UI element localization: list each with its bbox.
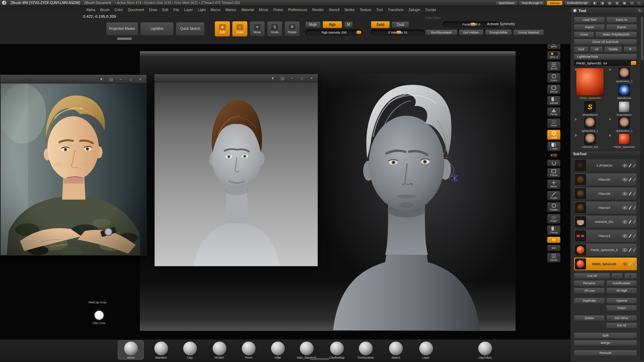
sculpt-icon[interactable] <box>633 262 636 266</box>
all-high-button[interactable]: All High <box>606 288 637 294</box>
del-all-button[interactable]: Del All <box>606 322 637 328</box>
tool-inventory-item[interactable]: 8 PM3D_Sphere3D <box>608 133 640 148</box>
sculpt-icon[interactable] <box>633 164 636 168</box>
brush-item-trimdynamic[interactable]: TrimDynamic <box>353 341 378 359</box>
visibility-eye-icon[interactable] <box>623 220 627 224</box>
restore-configuration-icon[interactable]: ↻ <box>638 8 641 13</box>
edit-mode-button[interactable]: ◈ Edit <box>215 21 230 37</box>
brush-item-pinch[interactable]: Pinch <box>236 341 261 359</box>
draw-mode-button[interactable]: ＋ Draw <box>232 21 248 37</box>
menu-alpha[interactable]: Alpha <box>84 7 98 12</box>
window-close-button[interactable]: × <box>309 76 314 80</box>
aahalf-button[interactable]: AAHalf <box>547 96 560 106</box>
home-icon[interactable]: ⌂ <box>636 1 642 5</box>
import-button[interactable]: Import <box>574 24 605 30</box>
ghost-button[interactable] <box>547 237 560 243</box>
subtool-up-button[interactable]: ▲ <box>611 273 623 279</box>
menu-movie[interactable]: Movie <box>257 7 271 12</box>
menu-stencil[interactable]: Stencil <box>326 7 342 12</box>
tool-panel-header[interactable]: Tool ↻ <box>571 7 644 14</box>
brush-item-dam-standard[interactable]: Dam_Standard <box>294 341 319 359</box>
subtool-item[interactable]: Fibers30 <box>574 173 637 186</box>
menu-texture[interactable]: Texture <box>357 7 373 12</box>
brush-item-claytubes[interactable]: ClayTubes <box>472 341 498 359</box>
sculpt-icon[interactable] <box>633 178 636 182</box>
goz-r-button[interactable]: R <box>624 46 637 52</box>
menu-zplugin[interactable]: Zplugin <box>406 7 422 12</box>
panel-scrollbar[interactable] <box>641 15 643 361</box>
visibility-eye-icon[interactable] <box>623 234 627 238</box>
menu-transform[interactable]: Transform <box>385 7 406 12</box>
menu-document[interactable]: Document <box>125 7 146 12</box>
tool-inventory-item[interactable]: 8 PM3D_Sphere3D <box>574 68 606 100</box>
window-maximize-button[interactable]: □ <box>300 76 304 80</box>
menu-brush[interactable]: Brush <box>98 7 112 12</box>
window-dropdown-icon[interactable]: ▾ <box>99 77 104 81</box>
palette-dock-icon[interactable]: ◫ <box>629 1 635 5</box>
zadd-button[interactable]: Zadd <box>371 21 390 28</box>
divider-left-icon[interactable]: ◧ <box>592 1 598 5</box>
tool-inventory-item[interactable]: AlphaBrush <box>608 84 640 100</box>
reference-photo-canvas[interactable] <box>1 83 146 255</box>
brush-item-layer[interactable]: Layer <box>413 341 439 359</box>
tray-scrollbar[interactable] <box>310 358 329 360</box>
subtool-section-header[interactable]: SubTool <box>571 151 644 157</box>
window-expand-icon[interactable]: ◲ <box>109 77 113 81</box>
scale-3d-button[interactable]: Scale <box>547 191 560 200</box>
menu-layer[interactable]: Layer <box>182 7 195 12</box>
window-dropdown-icon[interactable]: ▾ <box>270 76 275 80</box>
brush-item-move[interactable]: Move <box>118 341 144 359</box>
xyz-button[interactable]: XYZ <box>547 153 560 158</box>
brush-item-standard[interactable]: Standard <box>148 341 174 359</box>
split-button[interactable]: Split <box>574 333 637 339</box>
lsym-button[interactable]: L.Sym <box>547 141 560 151</box>
visibility-eye-icon[interactable] <box>623 206 627 209</box>
rename-button[interactable]: Rename <box>574 280 605 286</box>
see-through-slider[interactable]: See-through 0 <box>519 1 545 5</box>
window-expand-icon[interactable]: ◲ <box>280 76 285 80</box>
xpose-button[interactable]: Xpose <box>547 253 560 262</box>
brush-item-inflat[interactable]: Inflat <box>265 341 290 359</box>
subtool-item[interactable]: mWo004_001 <box>574 215 637 228</box>
menus-button[interactable]: Menus <box>547 1 562 5</box>
subtool-item-selected[interactable]: PM3D_Sphere3D <box>574 257 637 270</box>
layout-cols-icon[interactable]: ▥ <box>614 1 620 5</box>
m-button[interactable]: M <box>344 21 353 28</box>
frame-button[interactable]: Frame <box>547 168 560 178</box>
insert-button[interactable]: Insert <box>606 305 637 311</box>
polypaint-icon[interactable] <box>629 206 632 210</box>
zsub-button[interactable]: Zsub <box>392 21 409 28</box>
remesh-button[interactable]: Remesh <box>574 350 637 356</box>
menu-zscript[interactable]: Zscript <box>423 7 438 12</box>
lightbox-tools-button[interactable]: Lightbox▸Tools <box>574 54 637 60</box>
layout-rows-icon[interactable]: ▤ <box>607 1 612 5</box>
group-masked-button[interactable]: Group Masked <box>513 29 544 35</box>
mrgb-button[interactable]: Mrgb <box>305 21 321 28</box>
quicksave-button[interactable]: QuickSave <box>496 1 517 5</box>
move-mode-button[interactable]: ✢ Move <box>250 21 265 37</box>
visibility-eye-icon[interactable] <box>623 248 627 252</box>
subtool-item[interactable]: Fibers18 <box>574 201 637 214</box>
tool-inventory-item[interactable]: EraserBrush <box>608 101 640 116</box>
divider-right-icon[interactable]: ◨ <box>599 1 605 5</box>
panel-scrollbar-thumb[interactable] <box>641 17 643 60</box>
tool-inventory-item[interactable]: SimpleBrush <box>574 101 606 116</box>
current-tool-slider[interactable]: PM3D_Sphere3D. 54 <box>574 60 637 66</box>
rgb-intensity-slider[interactable]: Rgb Intensity100 <box>305 29 363 35</box>
photo-window-titlebar[interactable]: ▾ ◲ − □ × <box>0 75 147 83</box>
rotate-3d-button[interactable]: Rotate <box>547 202 560 212</box>
visibility-eye-icon[interactable] <box>623 178 627 181</box>
menu-file[interactable]: File <box>171 7 181 12</box>
visibility-eye-icon[interactable] <box>623 192 627 195</box>
menu-color[interactable]: Color <box>112 7 125 12</box>
z-intensity-slider[interactable]: Z Intensity51 <box>371 29 425 35</box>
delete-button[interactable]: Delete <box>574 315 605 321</box>
menu-material[interactable]: Material <box>239 7 256 12</box>
export-button[interactable]: Export <box>606 24 637 30</box>
clone-all-subtools-button[interactable]: Clone All SubTools <box>574 39 637 45</box>
zoom-button[interactable]: Zoom <box>547 73 560 83</box>
activate-symmetry-button[interactable]: Activate Symmetry <box>487 22 515 26</box>
quick-sketch-button[interactable]: Quick Sketch <box>176 22 205 36</box>
transp-button[interactable]: Transp <box>547 225 560 235</box>
move-3d-button[interactable]: Move <box>547 179 560 189</box>
